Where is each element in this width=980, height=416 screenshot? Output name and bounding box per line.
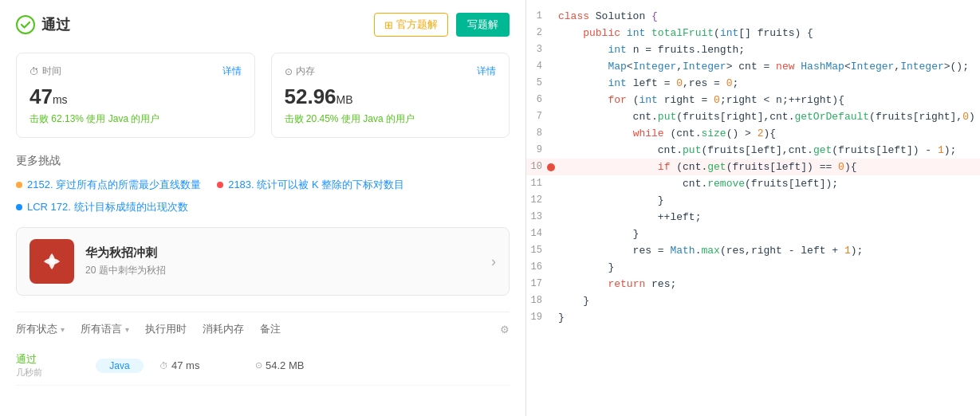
line-content: for (int right = 0;right < n;++right){: [558, 92, 980, 108]
code-line: 9 cnt.put(fruits[left],cnt.get(fruits[le…: [526, 142, 980, 159]
line-number: 9: [526, 142, 558, 159]
filter-mem: 消耗内存: [203, 322, 244, 336]
status-header: 通过 ⊞ 官方题解 写题解: [16, 13, 510, 37]
line-content: cnt.put(fruits[left],cnt.get(fruits[left…: [558, 142, 980, 159]
submission-lang: Java: [96, 359, 144, 373]
line-content: ++left;: [558, 209, 980, 226]
line-number: 5: [526, 75, 558, 92]
code-line: 4 Map<Integer,Integer> cnt = new HashMap…: [526, 58, 980, 75]
line-number: 8: [526, 125, 558, 142]
line-number: 11: [526, 175, 558, 192]
line-content: }: [558, 226, 980, 242]
promo-info: 华为秋招冲刺 20 题中刺华为秋招: [85, 245, 480, 277]
time-detail-link[interactable]: 详情: [222, 65, 242, 78]
metric-header-time: ⏱ 时间 详情: [30, 65, 242, 78]
challenge-row-2: LCR 172. 统计目标成绩的出现次数: [16, 200, 510, 214]
memory-small-icon: ⊙: [285, 66, 293, 77]
code-line: 16 }: [526, 259, 980, 276]
clock-small-icon: ⏱: [30, 66, 39, 77]
official-icon: ⊞: [384, 19, 393, 31]
memory-icon: ⊙: [255, 360, 262, 371]
line-number: 6: [526, 92, 558, 108]
breakpoint-dot: [547, 163, 555, 171]
line-number: 2: [526, 25, 558, 41]
code-line: 19}: [526, 309, 980, 326]
line-number: 15: [526, 242, 558, 259]
filter-lang[interactable]: 所有语言 ▾: [81, 322, 129, 336]
clock-icon: ⏱: [159, 361, 168, 371]
memory-detail-link[interactable]: 详情: [477, 65, 496, 78]
promo-logo: [30, 239, 74, 284]
code-line: 14 }: [526, 226, 980, 242]
code-line: 13 ++left;: [526, 209, 980, 226]
line-number: 7: [526, 108, 558, 125]
submissions-table: 通过 几秒前 Java ⏱ 47 ms ⊙ 54.2 MB: [16, 346, 510, 386]
dot-red-icon: [217, 182, 223, 188]
line-number: 4: [526, 58, 558, 75]
line-content: }: [558, 259, 980, 276]
line-content: return res;: [558, 276, 980, 292]
metric-header-memory: ⊙ 内存 详情: [285, 65, 497, 78]
status-pass: 通过: [16, 15, 70, 34]
line-number: 13: [526, 209, 558, 226]
challenge-label-lcr172: LCR 172. 统计目标成绩的出现次数: [27, 200, 188, 214]
code-line: 8 while (cnt.size() > 2){: [526, 125, 980, 142]
code-editor[interactable]: 1class Solution {2 public int totalFruit…: [526, 0, 980, 416]
line-content: int n = fruits.length;: [558, 41, 980, 58]
chevron-down-icon-lang: ▾: [125, 325, 129, 334]
challenge-row-1: 2152. 穿过所有点的所需最少直线数量 2183. 统计可以被 K 整除的下标…: [16, 178, 510, 192]
official-btn[interactable]: ⊞ 官方题解: [374, 13, 448, 37]
pass-label: 通过: [41, 15, 70, 34]
line-content: }: [558, 309, 980, 326]
line-number: 16: [526, 259, 558, 276]
line-content: class Solution {: [558, 8, 980, 25]
metrics-row: ⏱ 时间 详情 47ms 击败 62.13% 使用 Java 的用户 ⊙ 内存 …: [16, 53, 510, 138]
challenge-list: 2152. 穿过所有点的所需最少直线数量 2183. 统计可以被 K 整除的下标…: [16, 178, 510, 214]
code-line: 7 cnt.put(fruits[right],cnt.getOrDefault…: [526, 108, 980, 125]
filter-bar: 所有状态 ▾ 所有语言 ▾ 执行用时 消耗内存 备注 ⚙: [16, 312, 510, 336]
code-line: 12 }: [526, 192, 980, 209]
code-line: 10 if (cnt.get(fruits[left]) == 0){: [526, 159, 980, 175]
right-panel: 1class Solution {2 public int totalFruit…: [526, 0, 980, 416]
line-content: }: [558, 192, 980, 209]
filter-exec: 执行用时: [145, 322, 187, 336]
write-btn[interactable]: 写题解: [456, 13, 510, 37]
time-value: 47ms: [30, 84, 242, 109]
code-line: 15 res = Math.max(res,right - left + 1);: [526, 242, 980, 259]
code-line: 6 for (int right = 0;right < n;++right){: [526, 92, 980, 108]
code-line: 11 cnt.remove(fruits[left]);: [526, 175, 980, 192]
memory-rank: 击败 20.45% 使用 Java 的用户: [285, 112, 497, 126]
challenge-item-lcr172[interactable]: LCR 172. 统计目标成绩的出现次数: [16, 200, 188, 214]
line-number: 1: [526, 8, 558, 25]
line-content: res = Math.max(res,right - left + 1);: [558, 242, 980, 259]
line-number: 3: [526, 41, 558, 58]
promo-card[interactable]: 华为秋招冲刺 20 题中刺华为秋招 ›: [16, 227, 510, 296]
promo-arrow-icon[interactable]: ›: [491, 253, 496, 270]
line-content: cnt.remove(fruits[left]);: [558, 175, 980, 192]
gear-icon[interactable]: ⚙: [500, 324, 510, 336]
check-icon: [16, 15, 35, 34]
submission-status: 通过 几秒前: [16, 352, 80, 379]
dot-blue-icon: [16, 204, 22, 210]
chevron-down-icon-status: ▾: [61, 325, 65, 334]
code-line: 18 }: [526, 292, 980, 309]
more-challenges-title: 更多挑战: [16, 154, 510, 168]
line-number: 19: [526, 309, 558, 326]
challenge-label-2152: 2152. 穿过所有点的所需最少直线数量: [27, 178, 201, 192]
challenge-item-2152[interactable]: 2152. 穿过所有点的所需最少直线数量: [16, 178, 201, 192]
filter-status[interactable]: 所有状态 ▾: [16, 322, 65, 336]
promo-title: 华为秋招冲刺: [85, 245, 480, 261]
more-challenges: 更多挑战 2152. 穿过所有点的所需最少直线数量 2183. 统计可以被 K …: [16, 154, 510, 214]
line-content: while (cnt.size() > 2){: [558, 125, 980, 142]
table-row[interactable]: 通过 几秒前 Java ⏱ 47 ms ⊙ 54.2 MB: [16, 346, 510, 386]
line-content: Map<Integer,Integer> cnt = new HashMap<I…: [558, 58, 980, 75]
challenge-item-2183[interactable]: 2183. 统计可以被 K 整除的下标对数目: [217, 178, 404, 192]
left-panel: 通过 ⊞ 官方题解 写题解 ⏱ 时间 详情 47ms 击败: [0, 0, 526, 416]
line-number: 17: [526, 276, 558, 292]
svg-point-1: [49, 259, 54, 264]
memory-metric-card: ⊙ 内存 详情 52.96MB 击败 20.45% 使用 Java 的用户: [271, 53, 510, 138]
header-actions: ⊞ 官方题解 写题解: [374, 13, 510, 37]
line-number: 18: [526, 292, 558, 309]
submission-mem: ⊙ 54.2 MB: [255, 359, 335, 371]
line-content: int left = 0,res = 0;: [558, 75, 980, 92]
